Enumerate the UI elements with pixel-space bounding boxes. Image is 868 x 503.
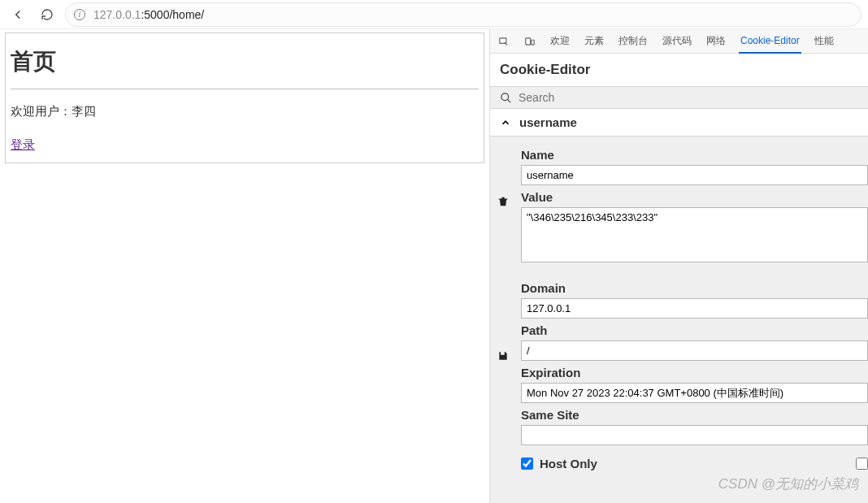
tab-welcome[interactable]: 欢迎 <box>549 29 571 54</box>
browser-bar: i 127.0.0.1:5000/home/ <box>0 0 868 29</box>
host-only-checkbox[interactable] <box>521 457 533 470</box>
chevron-up-icon <box>500 117 511 128</box>
label-value: Value <box>521 190 868 204</box>
expiration-field[interactable] <box>521 383 868 403</box>
label-host-only: Host Only <box>540 457 597 470</box>
tab-network[interactable]: 网络 <box>705 29 727 54</box>
trash-icon <box>497 196 509 207</box>
name-field[interactable] <box>521 165 868 185</box>
svg-rect-2 <box>532 40 535 45</box>
tab-sources[interactable]: 源代码 <box>661 29 693 54</box>
search-row <box>490 86 868 109</box>
info-icon: i <box>74 9 85 20</box>
cookie-body: Name Value "\346\235\216\345\233\233" Do… <box>490 137 868 503</box>
svg-rect-0 <box>500 37 506 42</box>
divider <box>11 89 479 89</box>
tab-cookie-editor[interactable]: Cookie-Editor <box>739 29 801 54</box>
cookie-item-name: username <box>519 115 577 129</box>
reload-icon <box>41 8 54 21</box>
secondary-checkbox[interactable] <box>856 457 868 470</box>
label-path: Path <box>521 323 868 337</box>
devtools-panel: 欢迎 元素 控制台 源代码 网络 Cookie-Editor 性能 Cookie… <box>489 29 868 503</box>
inspect-icon[interactable] <box>497 34 511 49</box>
url-text: 127.0.0.1:5000/home/ <box>93 8 204 21</box>
arrow-left-icon <box>11 7 25 22</box>
page-content: 首页 欢迎用户：李四 登录 <box>0 29 489 503</box>
value-field[interactable]: "\346\235\216\345\233\233" <box>521 207 868 262</box>
label-name: Name <box>521 148 868 162</box>
device-icon[interactable] <box>523 34 537 49</box>
cookie-actions <box>490 137 516 503</box>
svg-point-3 <box>501 93 509 100</box>
panel-title: Cookie-Editor <box>490 54 868 86</box>
reload-button[interactable] <box>36 3 59 26</box>
delete-cookie-button[interactable] <box>495 193 511 210</box>
tab-console[interactable]: 控制台 <box>617 29 649 54</box>
search-input[interactable] <box>519 91 858 104</box>
svg-rect-1 <box>526 37 531 44</box>
tab-elements[interactable]: 元素 <box>583 29 605 54</box>
label-expiration: Expiration <box>521 366 868 379</box>
same-site-field[interactable] <box>521 425 868 445</box>
welcome-text: 欢迎用户：李四 <box>11 104 479 119</box>
path-field[interactable] <box>521 340 868 361</box>
page-body: 首页 欢迎用户：李四 登录 <box>5 33 484 163</box>
label-same-site: Same Site <box>521 408 868 422</box>
cookie-fields: Name Value "\346\235\216\345\233\233" Do… <box>516 137 868 503</box>
cookie-item-header[interactable]: username <box>490 109 868 137</box>
address-bar[interactable]: i 127.0.0.1:5000/home/ <box>65 2 861 27</box>
label-domain: Domain <box>521 281 868 295</box>
save-cookie-button[interactable] <box>495 348 511 364</box>
tab-performance[interactable]: 性能 <box>813 29 835 54</box>
search-icon <box>500 92 512 104</box>
back-button[interactable] <box>7 3 29 26</box>
login-link[interactable]: 登录 <box>11 137 35 153</box>
page-title: 首页 <box>11 46 479 77</box>
devtools-tabs: 欢迎 元素 控制台 源代码 网络 Cookie-Editor 性能 <box>490 29 868 54</box>
domain-field[interactable] <box>521 298 868 319</box>
save-icon <box>497 350 509 362</box>
